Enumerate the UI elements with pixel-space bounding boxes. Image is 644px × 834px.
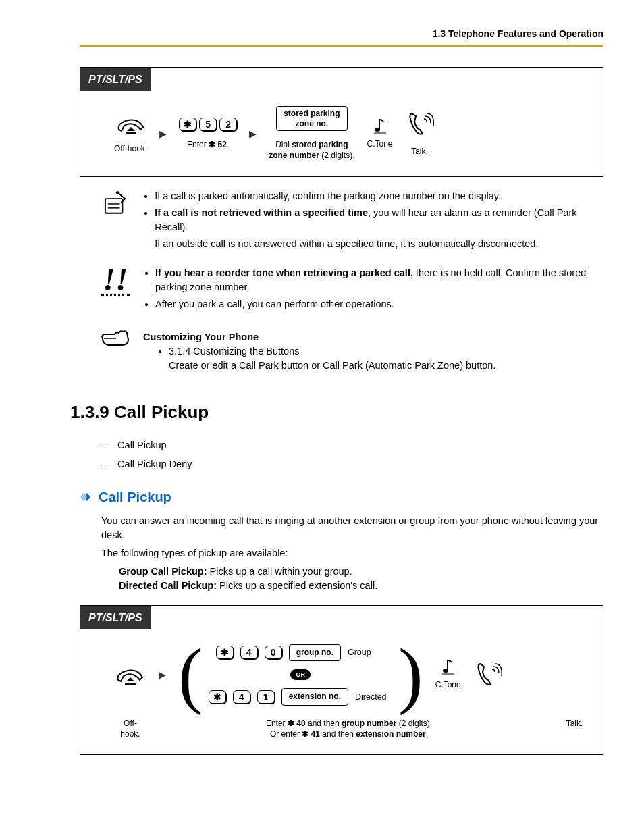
note-icon	[101, 189, 129, 217]
customizing-title: Customizing Your Phone	[143, 330, 495, 344]
key-4: 4	[240, 646, 258, 659]
or-badge: OR	[290, 669, 311, 680]
header-rule	[80, 45, 603, 47]
key-5: 5	[199, 118, 217, 131]
music-note-icon	[371, 117, 389, 134]
step-ctone: C.Tone	[367, 117, 393, 150]
arrow-icon: ▶	[249, 127, 257, 140]
svg-rect-2	[105, 199, 122, 213]
music-note-icon	[439, 658, 457, 675]
exclaim-icon: !!	[101, 266, 130, 296]
note-text: If an outside call is not answered withi…	[155, 237, 603, 251]
key-0: 0	[265, 646, 282, 659]
hand-point-icon	[101, 329, 131, 348]
diamond-bullet-icon	[80, 491, 95, 503]
step-offhook	[114, 664, 146, 685]
note-block-2: !! If you hear a reorder tone when retri…	[101, 266, 603, 314]
key-2: 2	[219, 118, 237, 131]
note-item: If you hear a reorder tone when retrievi…	[155, 266, 603, 294]
pickup-type: Directed Call Pickup: Picks up a specifi…	[119, 579, 603, 593]
step-dial-zone: stored parking zone no. Dial stored park…	[269, 106, 354, 161]
step-talk	[473, 661, 503, 688]
key-1: 1	[257, 690, 275, 704]
step-offhook: Off-hook.	[114, 113, 147, 154]
section-toc: Call Pickup Call Pickup Deny	[101, 438, 603, 471]
arrow-icon: ▶	[159, 127, 167, 140]
step-ctone: C.Tone	[435, 658, 461, 691]
section-heading: 1.3.9 Call Pickup	[70, 400, 603, 425]
note-item: If a call is not retrieved within a spec…	[155, 206, 603, 234]
phone-offhook-icon	[114, 664, 146, 685]
toc-item: Call Pickup Deny	[101, 457, 603, 471]
box-title: PT/SLT/PS	[80, 606, 151, 629]
input-group-no: group no.	[289, 644, 341, 661]
svg-point-1	[375, 128, 380, 132]
note-item: After you park a call, you can perform o…	[155, 297, 603, 311]
body-paragraph: The following types of pickup are availa…	[101, 546, 603, 561]
step-enter-52: ✱ 5 2 Enter ✱ 52.	[179, 118, 237, 150]
body-paragraph: You can answer an incoming call that is …	[101, 514, 603, 542]
handset-talk-icon	[405, 111, 435, 138]
input-ext-no: extension no.	[281, 688, 348, 705]
step-talk: Talk.	[405, 111, 435, 157]
procedure-box-pickup: PT/SLT/PS ▶ ( ✱ 4 0 grou	[80, 605, 603, 755]
svg-rect-7	[125, 683, 136, 685]
customizing-block: Customizing Your Phone 3.1.4 Customizing…	[101, 329, 603, 373]
subsection-heading: Call Pickup	[80, 488, 603, 507]
note-item: If a call is parked automatically, confi…	[155, 189, 603, 203]
key-4: 4	[233, 690, 250, 704]
phone-offhook-icon	[115, 113, 147, 135]
note-block-1: If a call is parked automatically, confi…	[101, 189, 603, 251]
key-star: ✱	[216, 646, 234, 659]
svg-rect-0	[126, 132, 136, 134]
handset-talk-icon	[473, 661, 503, 688]
box-title: PT/SLT/PS	[80, 68, 151, 91]
svg-point-8	[443, 669, 448, 673]
alt-label-group: Group	[348, 646, 385, 658]
key-star: ✱	[179, 118, 196, 131]
pickup-type: Group Call Pickup: Picks up a call withi…	[119, 565, 603, 579]
svg-point-5	[116, 191, 120, 194]
toc-item: Call Pickup	[101, 438, 603, 452]
alternative-group: ( ✱ 4 0 group no. Group OR ✱ 4 1 extensi	[178, 644, 423, 706]
key-star: ✱	[209, 690, 226, 704]
procedure-box-park-retrieve: PT/SLT/PS Off-hook. ▶ ✱ 5 2 Enter ✱	[80, 67, 603, 176]
alt-label-directed: Directed	[355, 691, 393, 703]
customizing-item: 3.1.4 Customizing the Buttons Create or …	[169, 344, 495, 373]
page-header: 1.3 Telephone Features and Operation	[61, 27, 603, 41]
arrow-icon: ▶	[159, 668, 166, 681]
